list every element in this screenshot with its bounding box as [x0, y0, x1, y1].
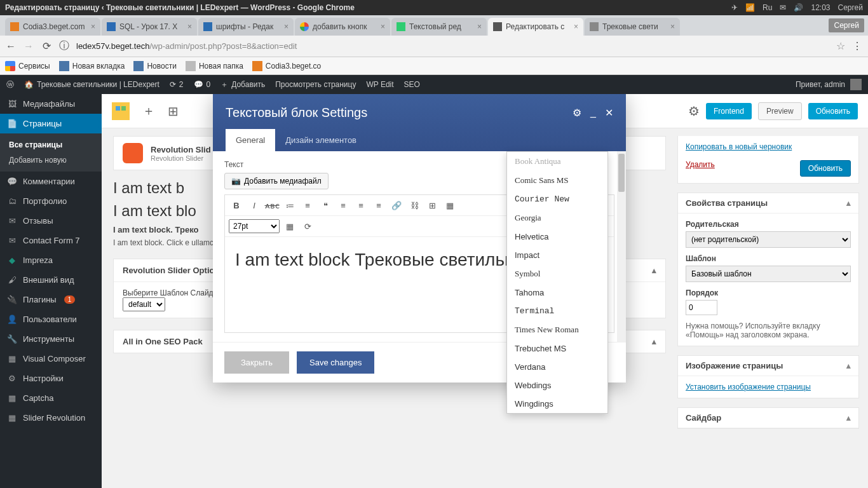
wifi-icon[interactable]: 📶 — [745, 3, 755, 12]
volume-icon[interactable]: 🔊 — [794, 3, 803, 12]
close-icon[interactable]: × — [574, 22, 578, 31]
bookmark-star-icon[interactable]: ☆ — [836, 40, 845, 52]
submenu-all-pages[interactable]: Все страницы — [0, 137, 102, 152]
font-option[interactable]: Tahoma — [507, 283, 607, 302]
comments-icon[interactable]: 💬 0 — [194, 80, 211, 89]
template-icon[interactable]: ⊞ — [168, 104, 179, 119]
browser-tab[interactable]: Трековые свети× — [585, 18, 680, 36]
gear-icon[interactable]: ⚙ — [688, 104, 700, 119]
font-option[interactable]: Comic Sans MS — [507, 171, 607, 190]
minimize-icon[interactable]: _ — [590, 107, 596, 119]
align-left-icon[interactable]: ≡ — [336, 198, 351, 213]
quote-icon[interactable]: ❝ — [318, 198, 333, 213]
scrollbar[interactable] — [617, 151, 626, 342]
update-button[interactable]: Обновить — [808, 103, 858, 119]
frontend-button[interactable]: Frontend — [706, 103, 752, 119]
font-option[interactable]: Georgia — [507, 208, 607, 227]
ol-icon[interactable]: ≡ — [300, 198, 315, 213]
browser-tab[interactable]: Codia3.beget.com× — [5, 18, 100, 36]
sidebar-item-tools[interactable]: 🔧Инструменты — [0, 329, 102, 349]
avatar[interactable] — [850, 79, 862, 90]
tab-design[interactable]: Дизайн элементов — [275, 129, 367, 151]
delete-link[interactable]: Удалить — [686, 160, 715, 169]
kitchen-sink-icon[interactable]: ▦ — [442, 198, 458, 213]
gear-icon[interactable]: ⚙ — [573, 107, 581, 119]
wpedit-link[interactable]: WP Edit — [366, 80, 393, 89]
sidebar-item-media[interactable]: 🖼Медиафайлы — [0, 94, 102, 114]
font-option[interactable]: Book Antiqua — [507, 152, 607, 171]
unlink-icon[interactable]: ⛓ — [407, 198, 422, 213]
browser-tab[interactable]: Текстовый ред× — [391, 18, 487, 36]
sidebar-item-vc[interactable]: ▦Visual Composer — [0, 349, 102, 369]
link-icon[interactable]: 🔗 — [389, 198, 404, 213]
sidebar-item-reviews[interactable]: ✉Отзывы — [0, 211, 102, 231]
sidebar-item-cf7[interactable]: ✉Contact Form 7 — [0, 231, 102, 250]
font-option[interactable]: Courier New — [507, 190, 607, 208]
set-featured-link[interactable]: Установить изображение страницы — [686, 383, 811, 391]
site-name[interactable]: 🏠 Трековые светильники | LEDexpert — [24, 80, 159, 89]
browser-tab[interactable]: SQL - Урок 17. Х× — [102, 18, 197, 36]
close-icon[interactable]: × — [284, 22, 288, 31]
url-field[interactable]: ledex57v.beget.tech/wp-admin/post.php?po… — [76, 41, 830, 51]
strike-icon[interactable]: ᴀʙᴄ — [264, 198, 280, 213]
italic-icon[interactable]: I — [247, 198, 262, 213]
sidebar-item-impreza[interactable]: ◆Impreza — [0, 250, 102, 270]
greeting[interactable]: Привет, admin — [796, 80, 845, 89]
font-option[interactable]: Verdana — [507, 358, 607, 376]
vc-logo-icon[interactable] — [112, 102, 130, 120]
font-option[interactable]: Impact — [507, 246, 607, 264]
bold-icon[interactable]: B — [229, 198, 244, 213]
info-icon[interactable]: ⓘ — [58, 39, 70, 53]
chevron-up-icon[interactable]: ▴ — [846, 361, 851, 370]
publish-update-button[interactable]: Обновить — [800, 160, 851, 177]
bookmark-item[interactable]: Новая вкладка — [59, 61, 125, 71]
updates-icon[interactable]: ⟳ 2 — [170, 80, 184, 89]
seo-link[interactable]: SEO — [404, 80, 420, 89]
bookmark-item[interactable]: Codia3.beget.co — [252, 61, 321, 71]
reload-icon[interactable]: ⟳ — [41, 40, 52, 52]
sidebar-item-appearance[interactable]: 🖌Внешний вид — [0, 270, 102, 290]
bookmark-item[interactable]: Новости — [133, 61, 176, 71]
back-icon[interactable]: ← — [5, 41, 17, 52]
font-option[interactable]: Webdings — [507, 376, 607, 395]
close-icon[interactable]: × — [381, 22, 385, 31]
sidebar-item-users[interactable]: 👤Пользователи — [0, 309, 102, 329]
order-input[interactable] — [686, 300, 717, 315]
chevron-up-icon[interactable]: ▴ — [846, 413, 851, 423]
sidebar-item-plugins[interactable]: 🔌Плагины1 — [0, 290, 102, 309]
save-button[interactable]: Save changes — [297, 351, 374, 374]
table-icon[interactable]: ▦ — [282, 219, 297, 234]
font-option[interactable]: Symbol — [507, 264, 607, 283]
template-select[interactable]: Базовый шаблон — [686, 266, 851, 282]
ul-icon[interactable]: ≔ — [282, 198, 297, 213]
close-icon[interactable]: × — [477, 22, 482, 31]
font-option[interactable]: Trebuchet MS — [507, 339, 607, 358]
mail-icon[interactable]: ✉ — [780, 3, 786, 12]
close-icon[interactable]: × — [670, 22, 675, 31]
browser-tab-active[interactable]: Редактировать с× — [488, 18, 583, 36]
font-option[interactable]: Terminal — [507, 302, 607, 320]
keyboard-lang[interactable]: Ru — [763, 3, 772, 12]
close-icon[interactable]: × — [187, 22, 192, 31]
view-page[interactable]: Просмотреть страницу — [275, 80, 356, 89]
font-option[interactable]: Times New Roman — [507, 320, 607, 339]
chevron-up-icon[interactable]: ▴ — [846, 198, 851, 208]
menu-icon[interactable]: ⋮ — [851, 40, 863, 52]
sidebar-item-comments[interactable]: 💬Комментарии — [0, 172, 102, 191]
more-icon[interactable]: ⊞ — [424, 198, 440, 213]
submenu-add-page[interactable]: Добавить новую — [0, 152, 102, 168]
sidebar-item-captcha[interactable]: ▦Captcha — [0, 388, 102, 408]
add-new[interactable]: ＋ Добавить — [220, 79, 265, 90]
align-right-icon[interactable]: ≡ — [371, 198, 386, 213]
apps-icon[interactable]: Сервисы — [5, 61, 50, 71]
slider-template-select[interactable]: default — [123, 297, 165, 311]
font-option[interactable]: Wingdings — [507, 395, 607, 413]
forward-icon[interactable]: → — [23, 41, 34, 52]
sidebar-item-settings[interactable]: ⚙Настройки — [0, 369, 102, 388]
close-button[interactable]: Закрыть — [224, 351, 289, 374]
align-center-icon[interactable]: ≡ — [353, 198, 369, 213]
sidebar-item-portfolio[interactable]: 🗂Портфолио — [0, 191, 102, 211]
preview-button[interactable]: Preview — [758, 102, 802, 120]
close-icon[interactable]: × — [91, 22, 95, 31]
sidebar-item-slider[interactable]: ▦Slider Revolution — [0, 408, 102, 428]
